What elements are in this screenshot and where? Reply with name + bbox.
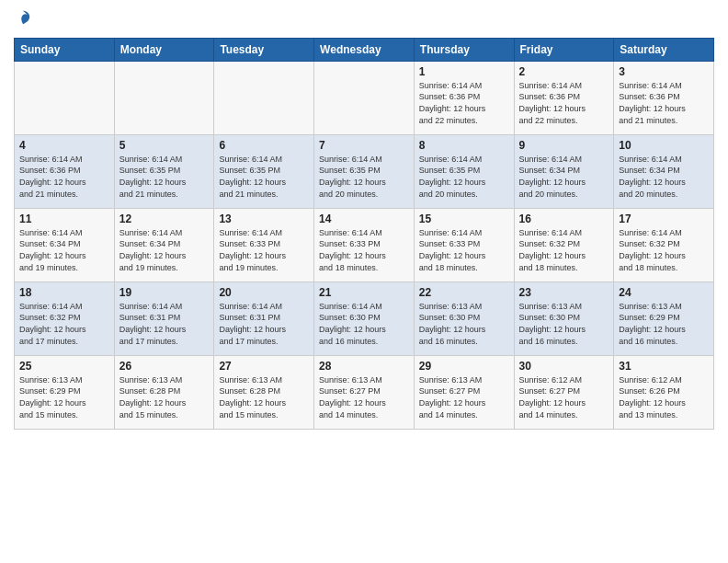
day-info: Sunrise: 6:14 AM Sunset: 6:35 PM Dayligh… <box>319 154 409 200</box>
calendar-cell: 26Sunrise: 6:13 AM Sunset: 6:28 PM Dayli… <box>114 355 214 429</box>
day-info: Sunrise: 6:12 AM Sunset: 6:27 PM Dayligh… <box>519 374 609 420</box>
day-info: Sunrise: 6:14 AM Sunset: 6:34 PM Dayligh… <box>519 154 609 200</box>
day-number: 18 <box>19 286 109 299</box>
calendar-cell: 4Sunrise: 6:14 AM Sunset: 6:36 PM Daylig… <box>15 134 115 208</box>
day-number: 21 <box>319 286 409 299</box>
day-number: 31 <box>619 360 709 373</box>
calendar-cell: 28Sunrise: 6:13 AM Sunset: 6:27 PM Dayli… <box>314 355 415 429</box>
main-container: SundayMondayTuesdayWednesdayThursdayFrid… <box>0 0 728 439</box>
weekday-header-monday: Monday <box>114 38 214 61</box>
day-info: Sunrise: 6:12 AM Sunset: 6:26 PM Dayligh… <box>619 374 709 420</box>
day-number: 11 <box>19 213 109 225</box>
day-number: 19 <box>119 286 210 299</box>
calendar-cell <box>314 61 415 134</box>
day-number: 13 <box>219 213 309 225</box>
day-number: 14 <box>319 213 409 225</box>
day-info: Sunrise: 6:14 AM Sunset: 6:33 PM Dayligh… <box>219 227 309 273</box>
day-number: 28 <box>319 360 409 373</box>
calendar-cell: 25Sunrise: 6:13 AM Sunset: 6:29 PM Dayli… <box>15 355 115 429</box>
day-number: 9 <box>519 139 609 152</box>
day-number: 6 <box>219 139 309 152</box>
calendar-cell: 20Sunrise: 6:14 AM Sunset: 6:31 PM Dayli… <box>214 282 314 355</box>
calendar-cell: 21Sunrise: 6:14 AM Sunset: 6:30 PM Dayli… <box>314 282 415 355</box>
day-number: 29 <box>419 360 509 373</box>
day-number: 26 <box>119 360 210 373</box>
calendar-cell: 2Sunrise: 6:14 AM Sunset: 6:36 PM Daylig… <box>514 61 614 134</box>
day-info: Sunrise: 6:14 AM Sunset: 6:34 PM Dayligh… <box>119 227 210 273</box>
calendar-cell: 3Sunrise: 6:14 AM Sunset: 6:36 PM Daylig… <box>614 61 714 134</box>
day-number: 22 <box>419 286 509 299</box>
day-info: Sunrise: 6:14 AM Sunset: 6:32 PM Dayligh… <box>619 227 709 273</box>
day-number: 15 <box>419 213 509 225</box>
calendar-cell: 6Sunrise: 6:14 AM Sunset: 6:35 PM Daylig… <box>214 134 314 208</box>
calendar-cell: 12Sunrise: 6:14 AM Sunset: 6:34 PM Dayli… <box>114 208 214 282</box>
calendar-cell <box>214 61 314 134</box>
calendar-cell: 23Sunrise: 6:13 AM Sunset: 6:30 PM Dayli… <box>514 282 614 355</box>
day-info: Sunrise: 6:14 AM Sunset: 6:33 PM Dayligh… <box>319 227 409 273</box>
day-number: 30 <box>519 360 609 373</box>
day-number: 25 <box>19 360 109 373</box>
day-info: Sunrise: 6:14 AM Sunset: 6:36 PM Dayligh… <box>619 80 709 126</box>
day-number: 10 <box>619 139 709 152</box>
weekday-header-saturday: Saturday <box>614 38 714 61</box>
weekday-header-thursday: Thursday <box>414 38 514 61</box>
calendar-cell: 19Sunrise: 6:14 AM Sunset: 6:31 PM Dayli… <box>114 282 214 355</box>
day-info: Sunrise: 6:13 AM Sunset: 6:30 PM Dayligh… <box>519 301 609 347</box>
calendar-cell: 22Sunrise: 6:13 AM Sunset: 6:30 PM Dayli… <box>414 282 514 355</box>
day-info: Sunrise: 6:13 AM Sunset: 6:30 PM Dayligh… <box>419 301 509 347</box>
day-info: Sunrise: 6:13 AM Sunset: 6:29 PM Dayligh… <box>619 301 709 347</box>
calendar-cell: 17Sunrise: 6:14 AM Sunset: 6:32 PM Dayli… <box>614 208 714 282</box>
day-info: Sunrise: 6:13 AM Sunset: 6:27 PM Dayligh… <box>319 374 409 420</box>
calendar-cell <box>15 61 115 134</box>
calendar-cell: 15Sunrise: 6:14 AM Sunset: 6:33 PM Dayli… <box>414 208 514 282</box>
logo-bird-icon <box>15 9 31 26</box>
day-info: Sunrise: 6:14 AM Sunset: 6:33 PM Dayligh… <box>419 227 509 273</box>
day-info: Sunrise: 6:13 AM Sunset: 6:29 PM Dayligh… <box>19 374 109 420</box>
calendar-cell: 24Sunrise: 6:13 AM Sunset: 6:29 PM Dayli… <box>614 282 714 355</box>
day-info: Sunrise: 6:14 AM Sunset: 6:32 PM Dayligh… <box>19 301 109 347</box>
day-number: 2 <box>519 65 609 78</box>
calendar-week-row: 1Sunrise: 6:14 AM Sunset: 6:36 PM Daylig… <box>15 61 714 134</box>
calendar-cell <box>114 61 214 134</box>
header <box>14 9 714 30</box>
calendar-week-row: 11Sunrise: 6:14 AM Sunset: 6:34 PM Dayli… <box>15 208 714 282</box>
day-info: Sunrise: 6:14 AM Sunset: 6:35 PM Dayligh… <box>219 154 309 200</box>
day-number: 27 <box>219 360 309 373</box>
day-info: Sunrise: 6:14 AM Sunset: 6:35 PM Dayligh… <box>119 154 210 200</box>
day-info: Sunrise: 6:14 AM Sunset: 6:34 PM Dayligh… <box>19 227 109 273</box>
calendar-cell: 29Sunrise: 6:13 AM Sunset: 6:27 PM Dayli… <box>414 355 514 429</box>
day-number: 12 <box>119 213 210 225</box>
weekday-header-row: SundayMondayTuesdayWednesdayThursdayFrid… <box>15 38 714 61</box>
weekday-header-sunday: Sunday <box>15 38 115 61</box>
day-info: Sunrise: 6:14 AM Sunset: 6:35 PM Dayligh… <box>419 154 509 200</box>
day-info: Sunrise: 6:13 AM Sunset: 6:28 PM Dayligh… <box>219 374 309 420</box>
calendar-cell: 27Sunrise: 6:13 AM Sunset: 6:28 PM Dayli… <box>214 355 314 429</box>
day-number: 5 <box>119 139 210 152</box>
calendar-cell: 13Sunrise: 6:14 AM Sunset: 6:33 PM Dayli… <box>214 208 314 282</box>
day-info: Sunrise: 6:14 AM Sunset: 6:31 PM Dayligh… <box>219 301 309 347</box>
logo <box>14 9 31 30</box>
day-number: 8 <box>419 139 509 152</box>
day-info: Sunrise: 6:14 AM Sunset: 6:36 PM Dayligh… <box>419 80 509 126</box>
day-info: Sunrise: 6:14 AM Sunset: 6:34 PM Dayligh… <box>619 154 709 200</box>
day-number: 4 <box>19 139 109 152</box>
calendar-cell: 9Sunrise: 6:14 AM Sunset: 6:34 PM Daylig… <box>514 134 614 208</box>
calendar-cell: 30Sunrise: 6:12 AM Sunset: 6:27 PM Dayli… <box>514 355 614 429</box>
weekday-header-wednesday: Wednesday <box>314 38 415 61</box>
day-info: Sunrise: 6:14 AM Sunset: 6:36 PM Dayligh… <box>19 154 109 200</box>
weekday-header-tuesday: Tuesday <box>214 38 314 61</box>
calendar-cell: 31Sunrise: 6:12 AM Sunset: 6:26 PM Dayli… <box>614 355 714 429</box>
calendar-week-row: 4Sunrise: 6:14 AM Sunset: 6:36 PM Daylig… <box>15 134 714 208</box>
calendar-cell: 11Sunrise: 6:14 AM Sunset: 6:34 PM Dayli… <box>15 208 115 282</box>
calendar-cell: 14Sunrise: 6:14 AM Sunset: 6:33 PM Dayli… <box>314 208 415 282</box>
calendar-cell: 8Sunrise: 6:14 AM Sunset: 6:35 PM Daylig… <box>414 134 514 208</box>
day-number: 23 <box>519 286 609 299</box>
calendar-cell: 7Sunrise: 6:14 AM Sunset: 6:35 PM Daylig… <box>314 134 415 208</box>
calendar-week-row: 25Sunrise: 6:13 AM Sunset: 6:29 PM Dayli… <box>15 355 714 429</box>
day-number: 24 <box>619 286 709 299</box>
calendar-cell: 18Sunrise: 6:14 AM Sunset: 6:32 PM Dayli… <box>15 282 115 355</box>
day-info: Sunrise: 6:14 AM Sunset: 6:30 PM Dayligh… <box>319 301 409 347</box>
day-info: Sunrise: 6:14 AM Sunset: 6:31 PM Dayligh… <box>119 301 210 347</box>
day-info: Sunrise: 6:13 AM Sunset: 6:27 PM Dayligh… <box>419 374 509 420</box>
calendar-week-row: 18Sunrise: 6:14 AM Sunset: 6:32 PM Dayli… <box>15 282 714 355</box>
